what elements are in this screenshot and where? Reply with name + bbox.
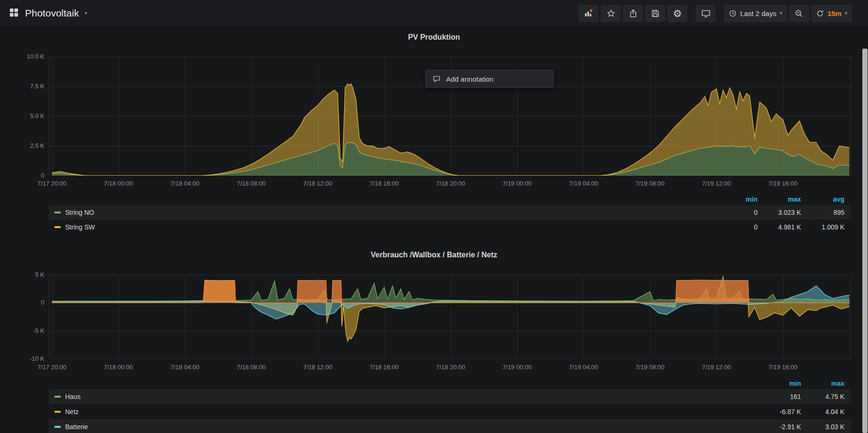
time-range-picker[interactable]: Last 2 days ▾ [724, 5, 787, 22]
x-axis-label: 7/19 16:00 [755, 364, 811, 371]
clock-icon [729, 9, 737, 17]
save-icon [651, 9, 660, 18]
series-max-value: 4.981 K [758, 223, 801, 231]
legend-sort-max[interactable]: max [801, 380, 844, 387]
y-axis-label: 0 [0, 172, 44, 179]
refresh-icon [816, 9, 824, 17]
x-axis-label: 7/19 00:00 [489, 180, 546, 187]
series-avg-value: 895 [801, 209, 844, 216]
y-axis-label: 0 [0, 299, 44, 306]
series-color-icon[interactable] [54, 426, 61, 428]
x-axis-label: 7/18 20:00 [422, 180, 479, 187]
panel-title-verbrauch[interactable]: Verbrauch /Wallbox / Batterie / Netz [0, 251, 868, 259]
x-axis-label: 7/18 00:00 [90, 180, 147, 187]
series-color-icon[interactable] [54, 411, 61, 413]
x-axis-label: 7/18 00:00 [90, 364, 147, 371]
verbrauch-legend: minmaxHaus1614.75 KNetz-6.87 K4.04 KBatt… [49, 378, 851, 433]
star-icon [607, 9, 615, 18]
x-axis-label: 7/18 20:00 [422, 364, 479, 371]
share-dashboard-button[interactable] [623, 5, 643, 22]
refresh-picker[interactable]: 15m ▾ [811, 5, 852, 22]
series-min-value: 0 [714, 209, 758, 216]
share-icon [629, 9, 638, 18]
series-name[interactable]: Haus [65, 393, 81, 400]
series-min-value: -6.87 K [758, 408, 801, 416]
time-range-caret-down-icon: ▾ [780, 11, 782, 16]
x-axis-label: 7/19 04:00 [555, 364, 612, 371]
y-axis-label: 2.5 K [0, 142, 44, 150]
add-annotation-label: Add annotation [446, 75, 494, 83]
legend-row-netz: Netz-6.87 K4.04 K [49, 404, 851, 419]
x-axis-label: 7/17 20:00 [24, 180, 80, 187]
dashboard-settings-button[interactable]: ⚙ [667, 5, 687, 22]
series-color-icon[interactable] [54, 226, 61, 228]
dashboard-caret-down-icon[interactable]: ▾ [84, 11, 87, 16]
dashboards-grid-icon[interactable] [8, 7, 19, 20]
series-name[interactable]: String SW [65, 223, 95, 231]
x-axis-label: 7/19 08:00 [622, 364, 678, 371]
x-axis-label: 7/18 16:00 [356, 180, 413, 187]
refresh-interval-label: 15m [827, 9, 842, 17]
x-axis-label: 7/19 12:00 [688, 364, 745, 371]
y-axis-label: 5.0 K [0, 112, 44, 120]
x-axis-label: 7/18 12:00 [289, 364, 346, 371]
x-axis-label: 7/19 16:00 [755, 180, 811, 187]
legend-row-haus: Haus1614.75 K [49, 389, 851, 404]
pv-produktion-legend: minmaxavgString NO03.023 K895String SW04… [49, 194, 851, 234]
zoom-out-time-button[interactable] [789, 5, 809, 22]
navbar-actions: ⚙ Last 2 days ▾ 15m ▾ [576, 5, 852, 22]
page-scrollbar-thumb[interactable] [862, 49, 868, 433]
series-min-value: -2.91 K [758, 423, 801, 431]
series-max-value: 4.04 K [801, 408, 844, 416]
legend-sort-min[interactable]: min [714, 195, 758, 203]
legend-sort-min[interactable]: min [758, 380, 801, 387]
y-axis-label: 7.5 K [0, 83, 44, 90]
refresh-caret-down-icon: ▾ [845, 11, 847, 16]
series-max-value: 3.03 K [801, 423, 844, 431]
x-axis-label: 7/18 16:00 [356, 364, 413, 371]
verbrauch-chart[interactable] [49, 275, 851, 359]
dashboard-title[interactable]: Photovoltaik [25, 8, 79, 19]
series-avg-value: 1.009 K [801, 223, 844, 231]
x-axis-label: 7/18 04:00 [157, 180, 213, 187]
dashboard-title-group[interactable]: Photovoltaik ▾ [8, 7, 87, 20]
time-range-label: Last 2 days [740, 9, 776, 17]
legend-row-batterie: Batterie-2.91 K3.03 K [49, 419, 851, 433]
gear-icon: ⚙ [673, 8, 682, 18]
star-dashboard-button[interactable] [601, 5, 621, 22]
grafana-dashboard: Photovoltaik ▾ ⚙ Las [0, 0, 868, 433]
zoom-out-icon [794, 9, 803, 18]
x-axis-label: 7/17 20:00 [24, 364, 80, 371]
x-axis-label: 7/19 08:00 [622, 180, 678, 187]
y-axis-label: -5 K [0, 327, 44, 335]
series-min-value: 0 [714, 223, 758, 231]
add-annotation-menu-item[interactable]: Add annotation [425, 70, 554, 88]
legend-row-string-no: String NO03.023 K895 [49, 205, 851, 220]
x-axis-label: 7/18 12:00 [289, 180, 346, 187]
series-max-value: 3.023 K [758, 209, 801, 216]
series-color-icon[interactable] [54, 396, 61, 398]
add-panel-button[interactable] [579, 5, 598, 22]
add-panel-icon [584, 8, 593, 18]
legend-row-string-sw: String SW04.981 K1.009 K [49, 220, 851, 234]
series-name[interactable]: Batterie [65, 423, 88, 431]
tv-cycle-view-button[interactable] [696, 5, 716, 22]
monitor-icon [701, 8, 711, 18]
x-axis-label: 7/18 04:00 [157, 364, 213, 371]
x-axis-label: 7/18 08:00 [223, 180, 279, 187]
y-axis-label: 10.0 K [0, 53, 44, 60]
series-name[interactable]: Netz [65, 408, 79, 416]
y-axis-label: -10 K [0, 355, 44, 363]
legend-sort-max[interactable]: max [758, 195, 801, 203]
x-axis-label: 7/19 00:00 [489, 364, 546, 371]
top-navbar: Photovoltaik ▾ ⚙ Las [0, 0, 868, 26]
series-name[interactable]: String NO [65, 209, 94, 216]
legend-header-row: minmax [49, 378, 851, 389]
save-dashboard-button[interactable] [645, 5, 665, 22]
series-color-icon[interactable] [54, 212, 61, 213]
panel-title-pv-produktion[interactable]: PV Produktion [0, 33, 868, 42]
comment-bubble-icon [432, 75, 441, 83]
x-axis-label: 7/19 04:00 [555, 180, 612, 187]
x-axis-label: 7/18 08:00 [223, 364, 279, 371]
legend-sort-avg[interactable]: avg [801, 195, 844, 203]
